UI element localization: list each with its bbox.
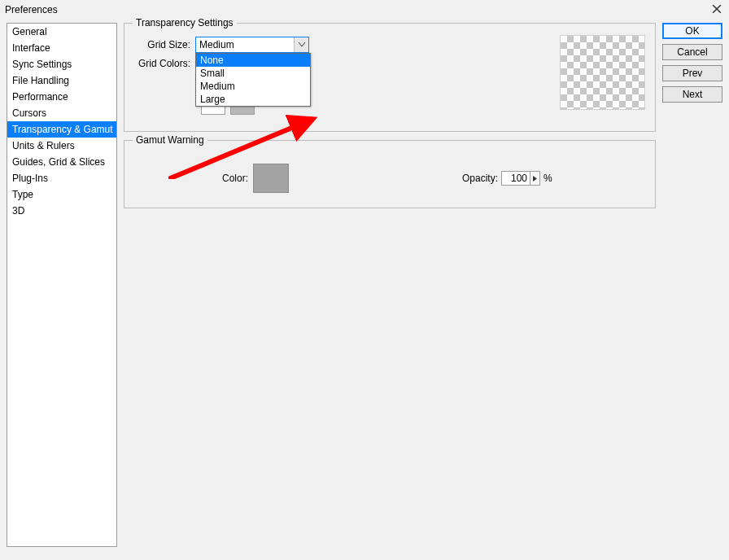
- sidebar-item-cursors[interactable]: Cursors: [7, 105, 116, 121]
- grid-size-combo[interactable]: Medium None Small Medium Large: [195, 37, 309, 53]
- grid-size-label: Grid Size:: [134, 39, 195, 50]
- close-icon[interactable]: [709, 3, 724, 16]
- gamut-legend: Gamut Warning: [133, 134, 207, 146]
- dialog-buttons: OK Cancel Prev Next: [662, 23, 722, 547]
- sidebar-item-plug-ins[interactable]: Plug-Ins: [7, 170, 116, 186]
- sidebar-item-interface[interactable]: Interface: [7, 40, 116, 56]
- grid-size-value: Medium: [199, 39, 234, 50]
- grid-colors-label: Grid Colors:: [134, 58, 195, 69]
- chevron-down-icon[interactable]: [294, 37, 308, 52]
- gamut-opacity-unit: %: [543, 173, 552, 184]
- gamut-opacity-label: Opacity:: [462, 173, 498, 184]
- sidebar-item-type[interactable]: Type: [7, 186, 116, 203]
- gamut-color-label: Color:: [222, 173, 248, 184]
- sidebar-item-general[interactable]: General: [7, 24, 116, 40]
- transparency-preview: [560, 35, 645, 110]
- sidebar-item-guides-grid-slices[interactable]: Guides, Grid & Slices: [7, 154, 116, 170]
- gamut-opacity-input[interactable]: 100: [501, 171, 530, 186]
- gamut-color-swatch[interactable]: [253, 164, 289, 193]
- sidebar-item-transparency-gamut[interactable]: Transparency & Gamut: [7, 121, 116, 138]
- grid-size-dropdown: None Small Medium Large: [195, 53, 311, 107]
- grid-size-option-small[interactable]: Small: [196, 67, 310, 80]
- grid-size-option-medium[interactable]: Medium: [196, 80, 310, 93]
- grid-size-option-large[interactable]: Large: [196, 93, 310, 106]
- ok-button[interactable]: OK: [662, 23, 722, 39]
- grid-size-option-none[interactable]: None: [196, 54, 310, 67]
- next-button[interactable]: Next: [662, 86, 722, 103]
- transparency-settings-group: Transparency Settings Grid Size: Medium …: [124, 23, 656, 132]
- window-title: Preferences: [5, 4, 58, 15]
- gamut-warning-group: Gamut Warning Color: Opacity: 100 %: [124, 140, 656, 208]
- sidebar-item-units-rulers[interactable]: Units & Rulers: [7, 138, 116, 154]
- sidebar-item-file-handling[interactable]: File Handling: [7, 72, 116, 89]
- prev-button[interactable]: Prev: [662, 65, 722, 81]
- cancel-button[interactable]: Cancel: [662, 44, 722, 60]
- category-sidebar: General Interface Sync Settings File Han…: [7, 23, 117, 547]
- sidebar-item-performance[interactable]: Performance: [7, 89, 116, 105]
- sidebar-item-sync-settings[interactable]: Sync Settings: [7, 56, 116, 72]
- opacity-flyout-icon[interactable]: [530, 171, 540, 186]
- sidebar-item-3d[interactable]: 3D: [7, 203, 116, 219]
- content-area: Transparency Settings Grid Size: Medium …: [124, 23, 656, 547]
- transparency-legend: Transparency Settings: [133, 17, 237, 28]
